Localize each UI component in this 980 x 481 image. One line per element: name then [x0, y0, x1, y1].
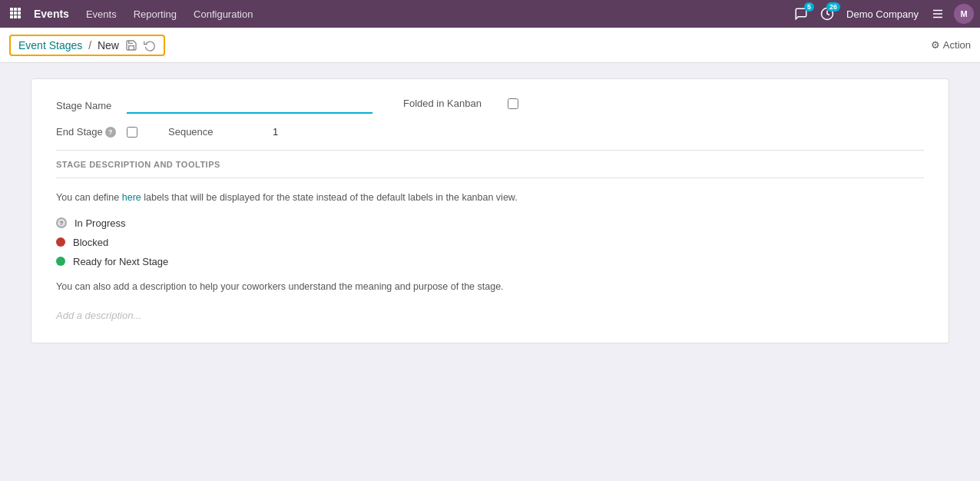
kanban-description: You can define here labels that will be …	[56, 191, 924, 205]
breadcrumb-current: New	[98, 39, 119, 51]
stage-name-input[interactable]	[127, 98, 372, 114]
sequence-label: Sequence	[168, 126, 260, 138]
action-area: ⚙ Action	[931, 39, 971, 51]
status-in-progress: ? In Progress	[56, 217, 924, 229]
here-link[interactable]: here	[122, 192, 141, 203]
nav-reporting[interactable]: Reporting	[126, 4, 184, 25]
folded-kanban-label: Folded in Kanban	[403, 98, 495, 109]
activity-badge: 26	[826, 2, 840, 12]
svg-rect-1	[14, 8, 17, 11]
end-stage-checkbox[interactable]	[127, 127, 137, 138]
tooltip-description: You can also add a description to help y…	[56, 280, 924, 294]
blocked-label: Blocked	[73, 237, 108, 248]
user-avatar[interactable]: M	[954, 4, 974, 24]
end-stage-help-icon[interactable]: ?	[105, 127, 116, 138]
nav-events[interactable]: Events	[78, 4, 124, 25]
status-blocked: Blocked	[56, 237, 924, 248]
breadcrumb-actions	[125, 39, 156, 51]
company-name: Demo Company	[846, 8, 919, 20]
discard-button[interactable]	[144, 39, 156, 51]
sequence-value: 1	[273, 126, 278, 138]
main-content: Stage Name Folded in Kanban End Stage ? …	[0, 63, 980, 359]
settings-icon-btn[interactable]	[928, 4, 948, 24]
messages-icon-btn[interactable]: 5	[791, 4, 811, 24]
end-stage-label: End Stage ?	[56, 126, 118, 138]
folded-kanban-checkbox[interactable]	[508, 98, 518, 109]
section-header: STAGE DESCRIPTION AND TOOLTIPS	[56, 150, 924, 178]
stage-name-label: Stage Name	[56, 100, 118, 111]
breadcrumb-bar: Event Stages / New ⚙ Action	[0, 28, 980, 63]
folded-kanban-group: Folded in Kanban	[403, 98, 634, 109]
in-progress-label: In Progress	[74, 217, 125, 229]
form-card: Stage Name Folded in Kanban End Stage ? …	[31, 78, 949, 343]
section-title: STAGE DESCRIPTION AND TOOLTIPS	[56, 160, 220, 169]
svg-rect-5	[18, 12, 21, 15]
form-row-1: Stage Name Folded in Kanban	[56, 98, 924, 114]
breadcrumb-container: Event Stages / New	[9, 35, 165, 56]
breadcrumb: Event Stages / New	[18, 39, 119, 51]
svg-rect-3	[10, 12, 13, 15]
action-button[interactable]: ⚙ Action	[931, 39, 971, 51]
sequence-group: Sequence 1	[168, 126, 399, 138]
nav-configuration[interactable]: Configuration	[186, 4, 260, 25]
status-list: ? In Progress Blocked Ready for Next Sta…	[56, 217, 924, 267]
in-progress-icon: ?	[56, 217, 67, 228]
svg-rect-7	[14, 15, 17, 18]
svg-rect-2	[18, 8, 21, 11]
top-nav: Events Reporting Configuration	[78, 4, 260, 25]
app-brand[interactable]: Events	[28, 8, 75, 20]
svg-rect-4	[14, 12, 17, 15]
save-button[interactable]	[125, 39, 137, 51]
apps-menu-icon[interactable]	[6, 4, 25, 25]
status-ready: Ready for Next Stage	[56, 256, 924, 267]
add-description-field[interactable]: Add a description...	[56, 307, 924, 324]
topbar: Events Events Reporting Configuration 5 …	[0, 0, 980, 28]
breadcrumb-parent-link[interactable]: Event Stages	[18, 39, 82, 51]
activity-icon-btn[interactable]: 26	[817, 4, 837, 24]
gear-icon: ⚙	[931, 39, 940, 51]
svg-rect-0	[10, 8, 13, 11]
stage-name-group: Stage Name	[56, 98, 372, 114]
form-row-2: End Stage ? Sequence 1	[56, 126, 924, 138]
svg-rect-6	[10, 15, 13, 18]
end-stage-group: End Stage ?	[56, 126, 137, 138]
blocked-icon	[56, 237, 65, 247]
svg-rect-8	[18, 15, 21, 18]
action-button-label: Action	[943, 39, 971, 51]
ready-label: Ready for Next Stage	[73, 256, 168, 267]
messages-badge: 5	[804, 2, 814, 12]
breadcrumb-separator: /	[88, 39, 91, 51]
ready-icon	[56, 257, 65, 266]
